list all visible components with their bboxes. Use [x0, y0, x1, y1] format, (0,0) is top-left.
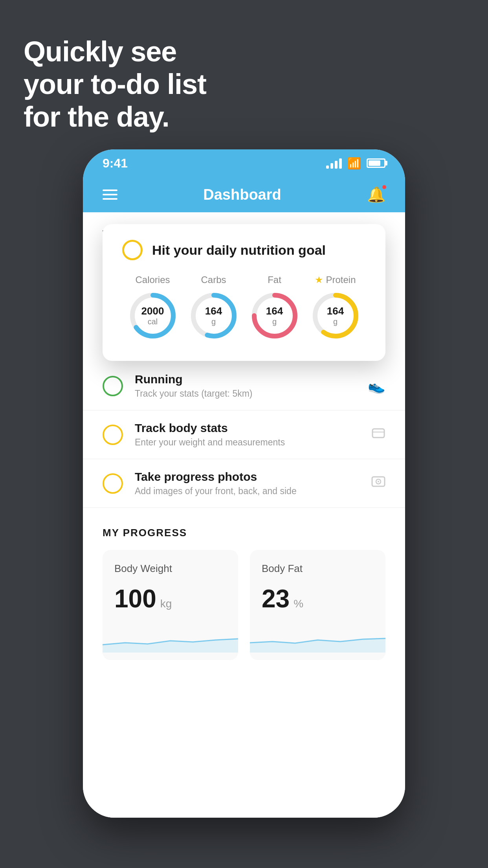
nutrition-protein: ★ Protein 164 g [310, 274, 361, 341]
svg-point-12 [378, 481, 379, 482]
hero-line3: for the day. [24, 101, 206, 133]
phone-frame: 9:41 📶 Dashboard 🔔 [83, 149, 405, 818]
battery-icon [367, 158, 385, 168]
card-title-row: Hit your daily nutrition goal [122, 240, 366, 260]
body-fat-value: 23 [262, 584, 290, 613]
body-weight-card: Body Weight 100 kg [103, 550, 238, 660]
todo-bodystats-title: Track body stats [135, 421, 360, 435]
body-fat-title: Body Fat [262, 563, 374, 575]
hero-line1: Quickly see [24, 35, 206, 68]
todo-running-subtitle: Track your stats (target: 5km) [135, 388, 356, 399]
nutrition-fat: Fat 164 g [249, 274, 300, 341]
fat-donut: 164 g [249, 290, 300, 341]
notification-bell-icon[interactable]: 🔔 [367, 186, 385, 203]
wifi-icon: 📶 [347, 157, 361, 170]
scale-icon [371, 426, 385, 443]
carbs-donut: 164 g [188, 290, 239, 341]
body-weight-sparkline [103, 621, 238, 653]
protein-unit: g [327, 317, 344, 326]
todo-photos-check [103, 473, 123, 494]
todo-running-check [103, 376, 123, 396]
todo-photos-subtitle: Add images of your front, back, and side [135, 486, 360, 497]
status-time: 9:41 [103, 156, 128, 171]
nutrition-check-circle [122, 240, 143, 260]
content-area: THINGS TO DO TODAY Hit your daily nutrit… [83, 212, 405, 818]
calories-donut: 2000 cal [127, 290, 178, 341]
nutrition-calories: Calories 2000 cal [127, 274, 178, 341]
body-fat-sparkline [250, 621, 385, 653]
notification-dot [382, 184, 387, 190]
carbs-unit: g [205, 317, 222, 326]
todo-bodystats-subtitle: Enter your weight and measurements [135, 437, 360, 448]
nutrition-carbs: Carbs 164 g [188, 274, 239, 341]
fat-value: 164 [266, 305, 283, 317]
todo-photos-title: Take progress photos [135, 470, 360, 484]
nutrition-metrics: Calories 2000 cal [122, 274, 366, 341]
todo-photos-content: Take progress photos Add images of your … [135, 470, 360, 497]
phone-wrapper: 9:41 📶 Dashboard 🔔 [83, 149, 405, 818]
todo-running[interactable]: Running Track your stats (target: 5km) 👟 [83, 362, 405, 410]
body-weight-value: 100 [114, 584, 156, 613]
protein-label: ★ Protein [315, 274, 356, 285]
progress-section: MY PROGRESS Body Weight 100 kg [83, 511, 405, 680]
body-fat-card: Body Fat 23 % [250, 550, 385, 660]
calories-unit: cal [141, 317, 164, 326]
running-shoe-icon: 👟 [368, 378, 385, 394]
todo-running-content: Running Track your stats (target: 5km) [135, 373, 356, 399]
nav-bar: Dashboard 🔔 [83, 177, 405, 212]
carbs-label: Carbs [201, 274, 226, 285]
calories-label: Calories [135, 274, 170, 285]
nutrition-card-title: Hit your daily nutrition goal [152, 243, 326, 258]
protein-donut: 164 g [310, 290, 361, 341]
body-weight-value-row: 100 kg [114, 584, 226, 613]
todo-running-title: Running [135, 373, 356, 386]
hero-text: Quickly see your to-do list for the day. [24, 35, 206, 133]
todo-list: Running Track your stats (target: 5km) 👟… [83, 362, 405, 508]
fat-unit: g [266, 317, 283, 326]
carbs-value: 164 [205, 305, 222, 317]
body-fat-unit: % [294, 598, 303, 610]
photo-icon [371, 474, 385, 492]
body-fat-value-row: 23 % [262, 584, 374, 613]
nutrition-card: Hit your daily nutrition goal Calories [103, 224, 385, 361]
progress-header: MY PROGRESS [103, 511, 385, 550]
todo-body-stats[interactable]: Track body stats Enter your weight and m… [83, 410, 405, 459]
calories-value: 2000 [141, 305, 164, 317]
todo-bodystats-check [103, 425, 123, 445]
protein-value: 164 [327, 305, 344, 317]
todo-photos[interactable]: Take progress photos Add images of your … [83, 459, 405, 508]
status-icons: 📶 [326, 157, 385, 170]
svg-marker-14 [250, 638, 385, 653]
signal-bars-icon [326, 158, 342, 169]
status-bar: 9:41 📶 [83, 149, 405, 177]
svg-marker-13 [103, 639, 238, 653]
fat-label: Fat [268, 274, 281, 285]
protein-star-icon: ★ [315, 274, 323, 285]
hero-line2: your to-do list [24, 68, 206, 101]
progress-cards: Body Weight 100 kg Body Fat [103, 550, 385, 660]
nav-title: Dashboard [203, 186, 281, 203]
body-weight-title: Body Weight [114, 563, 226, 575]
svg-rect-8 [372, 429, 384, 438]
body-weight-unit: kg [160, 598, 172, 610]
menu-button[interactable] [103, 189, 117, 200]
todo-bodystats-content: Track body stats Enter your weight and m… [135, 421, 360, 448]
